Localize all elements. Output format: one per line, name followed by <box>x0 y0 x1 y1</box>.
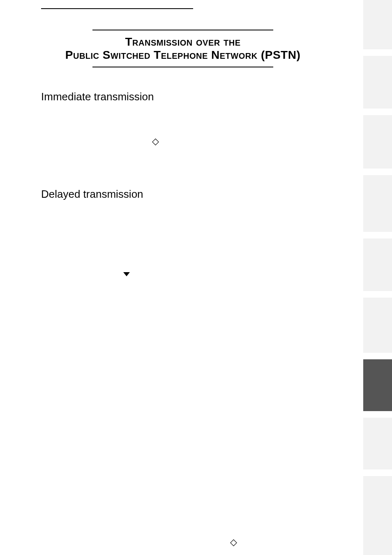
tab-gap <box>363 109 392 115</box>
side-tab <box>363 298 392 353</box>
tab-gap <box>363 169 392 175</box>
heading-immediate-transmission: Immediate transmission <box>41 90 325 103</box>
side-tab <box>363 418 392 469</box>
side-tab <box>363 476 392 555</box>
title-top-rule <box>92 30 273 30</box>
side-tab <box>363 115 392 169</box>
tab-gap <box>363 291 392 298</box>
side-tab <box>363 238 392 291</box>
tab-gap <box>363 353 392 359</box>
side-tabs <box>363 0 392 555</box>
side-tab <box>363 175 392 232</box>
tab-gap <box>363 49 392 56</box>
top-horizontal-rule <box>41 8 193 9</box>
title-block: Transmission over the Public Switched Te… <box>41 30 325 67</box>
side-tab <box>363 359 392 411</box>
heading-delayed-transmission: Delayed transmission <box>41 188 325 201</box>
svg-marker-0 <box>123 272 130 276</box>
caret-down-icon <box>123 271 130 278</box>
title-line-1: Transmission over the <box>41 35 325 49</box>
diamond-icon: ◇ <box>230 537 237 548</box>
tab-gap <box>363 411 392 418</box>
side-tab <box>363 0 392 49</box>
tab-gap <box>363 232 392 238</box>
side-tab <box>363 56 392 109</box>
diamond-icon: ◇ <box>152 136 159 147</box>
tab-gap <box>363 469 392 476</box>
title-line-2: Public Switched Telephone Network (PSTN) <box>41 49 325 62</box>
title-bottom-rule <box>92 67 273 67</box>
